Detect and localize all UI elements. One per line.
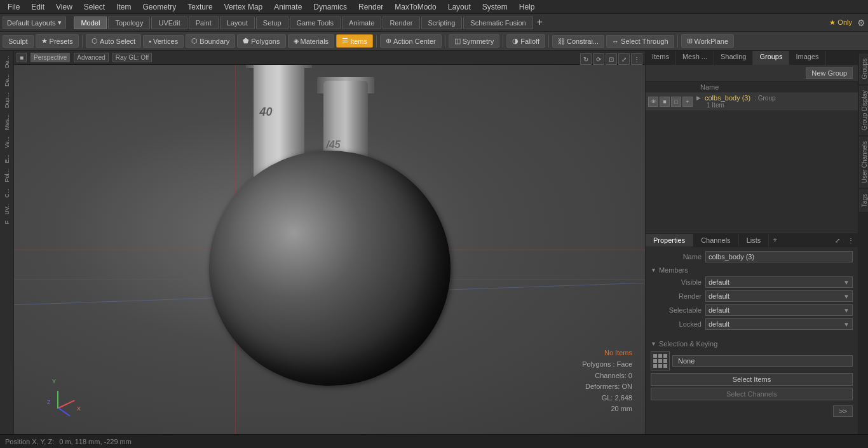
group-name[interactable]: colbs_body (3) [705,94,750,102]
menu-item[interactable]: Item [111,1,136,13]
menu-animate[interactable]: Animate [269,1,307,13]
menu-geometry[interactable]: Geometry [138,1,182,13]
props-name-input[interactable] [705,251,853,262]
tab-topology[interactable]: Topology [108,17,150,29]
menu-file[interactable]: File [3,1,25,13]
left-btn-10[interactable]: F [3,218,11,227]
polygons-btn[interactable]: ⬟ Polygons [237,34,285,48]
fr-tab-user-channels[interactable]: User Channels [859,137,868,187]
layout-dropdown[interactable]: Default Layouts ▾ [3,17,66,29]
tab-paint[interactable]: Paint [189,17,219,29]
star-only-label: ★ Only [829,18,852,27]
3d-view[interactable]: 40 /45 X Y Z [14,65,645,434]
menu-system[interactable]: System [477,1,513,13]
more-btn[interactable]: >> [833,405,853,417]
menu-vertex-map[interactable]: Vertex Map [219,1,268,13]
left-btn-4[interactable]: Mes... [3,112,11,133]
falloff-btn[interactable]: ◑ Falloff [506,34,545,48]
tab-uvedit[interactable]: UVEdit [151,17,187,29]
vp-expand-icon[interactable]: ⤢ [618,53,630,65]
props-more-btn[interactable]: ⋮ [844,234,858,247]
props-tab-channels[interactable]: Channels [693,234,738,247]
vertices-btn[interactable]: • Vertices [143,35,184,48]
vp-raygl-btn[interactable]: Ray GL: Off [112,53,153,62]
select-items-btn[interactable]: Select Items [651,373,853,386]
vp-orbit-icon[interactable]: ⟳ [593,53,604,65]
rp-tab-images[interactable]: Images [789,51,825,65]
tab-render[interactable]: Render [383,17,419,29]
props-locked-dropdown[interactable]: default ▼ [705,318,853,330]
sculpt-btn[interactable]: Sculpt [3,35,34,48]
tab-game-tools[interactable]: Game Tools [290,17,341,29]
menu-view[interactable]: View [51,1,78,13]
menu-render[interactable]: Render [353,1,388,13]
vp-rotate-icon[interactable]: ↻ [580,53,592,65]
menu-edit[interactable]: Edit [26,1,50,13]
add-tab-btn[interactable]: + [534,17,545,29]
props-visible-value: default [709,278,729,286]
menu-texture[interactable]: Texture [182,1,217,13]
auto-select-btn[interactable]: ⬡ Auto Select [86,34,141,48]
select-channels-btn[interactable]: Select Channels [651,388,853,400]
rp-tab-groups[interactable]: Groups [753,51,789,65]
menu-select[interactable]: Select [79,1,110,13]
menu-layout[interactable]: Layout [443,1,476,13]
viewport-canvas[interactable]: 40 /45 X Y Z [14,65,645,434]
items-btn[interactable]: ☰ Items [336,34,373,48]
menu-dynamics[interactable]: Dynamics [308,1,352,13]
keying-none-display[interactable]: None [672,355,853,367]
action-center-btn[interactable]: ⊕ Action Center [380,34,442,48]
tab-setup[interactable]: Setup [256,17,288,29]
props-members-section[interactable]: ▼ Members [651,266,853,274]
fr-tab-groups[interactable]: Groups [859,54,868,84]
left-btn-2[interactable]: De... [3,72,11,89]
props-tab-add[interactable]: + [769,233,781,247]
sel-keying-section[interactable]: ▼ Selection & Keying [651,340,853,348]
axis-y-line [57,391,58,409]
symmetry-btn[interactable]: ◫ Symmetry [449,34,500,48]
left-btn-8[interactable]: C... [3,186,11,200]
props-render-dropdown[interactable]: default ▼ [705,290,853,302]
vp-frame-icon[interactable]: ⊡ [606,53,617,65]
select-through-btn[interactable]: ↔ Select Through [606,35,674,48]
left-btn-1[interactable]: De... [3,53,11,71]
menu-maxtomodo[interactable]: MaxToModo [390,1,441,13]
vp-square-btn[interactable]: ■ [17,53,27,62]
group-icon-3[interactable]: + [682,97,693,107]
tab-schematic-fusion[interactable]: Schematic Fusion [463,17,532,29]
props-tab-lists[interactable]: Lists [739,234,770,247]
new-group-btn[interactable]: New Group [806,67,853,79]
rp-tab-items[interactable]: Items [646,51,676,65]
group-icon-2[interactable]: □ [671,97,681,107]
fr-tab-group-display[interactable]: Group Display [859,86,868,135]
props-selectable-dropdown[interactable]: default ▼ [705,304,853,316]
tab-animate[interactable]: Animate [342,17,381,29]
constrain-btn[interactable]: ⛓ Constrai... [552,35,604,48]
props-locked-arrow: ▼ [843,321,850,328]
tab-layout[interactable]: Layout [220,17,255,29]
vp-menu-icon[interactable]: ⋮ [631,53,642,65]
left-btn-7[interactable]: Pol... [3,166,11,185]
tab-model[interactable]: Model [74,17,107,29]
props-tab-properties[interactable]: Properties [646,234,693,247]
vp-advanced-btn[interactable]: Advanced [74,53,108,62]
rp-tab-mesh[interactable]: Mesh ... [676,51,714,65]
tab-scripting[interactable]: Scripting [421,17,463,29]
rp-tab-shading[interactable]: Shading [714,51,753,65]
settings-icon[interactable]: ⚙ [857,18,865,28]
left-btn-5[interactable]: Ve... [3,134,11,151]
boundary-btn[interactable]: ⬡ Boundary [186,34,235,48]
group-eye-icon[interactable]: 👁 [648,97,658,107]
fr-tab-tags[interactable]: Tags [859,189,868,212]
menu-help[interactable]: Help [514,1,540,13]
workplane-btn[interactable]: ⊞ WorkPlane [681,34,735,48]
props-expand-btn[interactable]: ⤢ [831,234,844,247]
left-btn-9[interactable]: UV.. [3,201,11,217]
presets-btn[interactable]: ★ Presets [36,34,79,48]
group-icon-1[interactable]: ■ [660,97,670,107]
materials-btn[interactable]: ◈ Materials [288,34,335,48]
left-btn-3[interactable]: Dup... [3,90,11,111]
vp-perspective-btn[interactable]: Perspective [31,53,70,62]
left-btn-6[interactable]: E... [3,152,11,166]
props-visible-dropdown[interactable]: default ▼ [705,276,853,288]
